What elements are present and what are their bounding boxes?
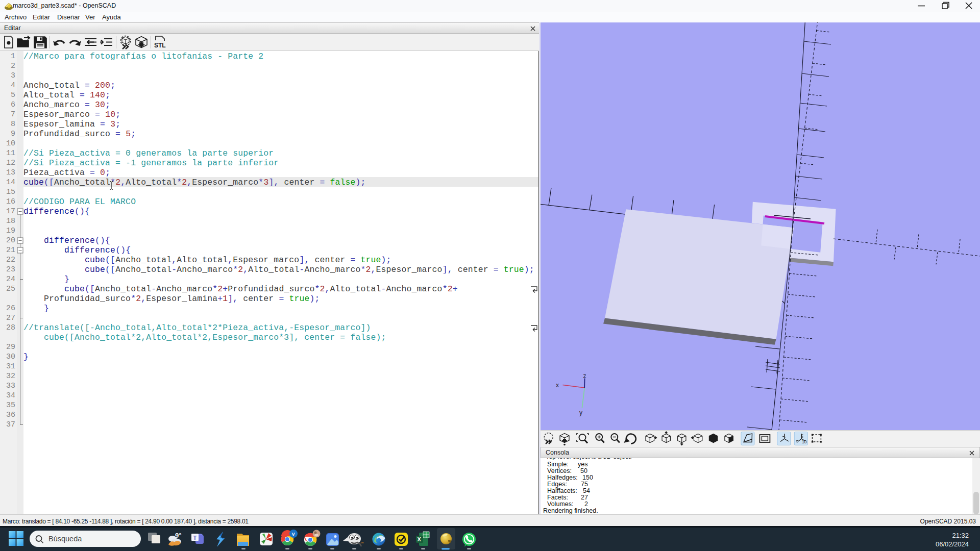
svg-text:x: x: [556, 382, 559, 389]
svg-text:06/02/2024: 06/02/2024: [936, 540, 969, 548]
svg-text:10: 10: [802, 439, 807, 444]
svg-text:21:32: 21:32: [952, 532, 969, 539]
svg-text:X: X: [418, 536, 422, 542]
svg-text:Búsqueda: Búsqueda: [48, 535, 82, 543]
svg-text:V: V: [292, 531, 296, 537]
svg-text:9°: 9°: [175, 532, 181, 539]
svg-text:y: y: [579, 409, 582, 416]
svg-text:T: T: [193, 535, 197, 541]
svg-text:z: z: [583, 372, 586, 380]
